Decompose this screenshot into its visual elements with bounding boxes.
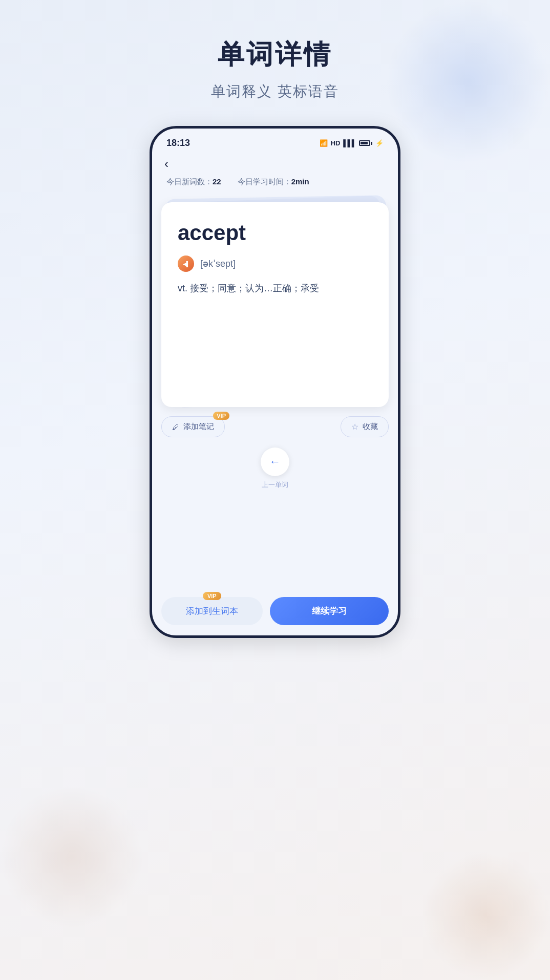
add-to-vocab-label: 添加到生词本 (186, 606, 238, 616)
word-card: accept [əkˈsept] vt. 接受；同意；认为…正确；承受 (161, 202, 389, 407)
word-text: accept (178, 221, 372, 245)
continue-learning-button[interactable]: 继续学习 (270, 597, 389, 625)
add-note-label: 添加笔记 (183, 422, 214, 432)
bg-decoration-bottom-left (0, 785, 143, 929)
prev-word-button[interactable]: ← (261, 448, 289, 476)
wifi-icon: 📶 (320, 139, 328, 147)
navigation-area: ← 上一单词 (152, 437, 398, 494)
bottom-buttons: VIP 添加到生词本 继续学习 (152, 591, 398, 635)
stats-bar: 今日新词数：22 今日学习时间：2min (152, 173, 398, 195)
card-area: accept [əkˈsept] vt. 接受；同意；认为…正确；承受 (152, 195, 398, 410)
battery-icon (359, 140, 372, 146)
signal-icon: ▌▌▌ (343, 139, 356, 147)
vocab-vip-badge: VIP (203, 592, 221, 600)
bg-decoration-bottom-right (422, 852, 550, 980)
prev-word-label: 上一单词 (262, 480, 288, 489)
add-note-button[interactable]: 🖊 添加笔记 VIP (161, 416, 225, 437)
collect-label: 收藏 (363, 422, 378, 432)
collect-button[interactable]: ☆ 收藏 (341, 416, 389, 437)
status-icons: 📶 HD ▌▌▌ ⚡ (320, 139, 384, 147)
bg-decoration-top-right (386, 0, 550, 164)
sound-icon[interactable] (178, 255, 194, 272)
add-to-vocab-button[interactable]: VIP 添加到生词本 (161, 597, 263, 625)
battery-tip (371, 142, 372, 145)
status-bar: 18:13 📶 HD ▌▌▌ ⚡ (152, 129, 398, 153)
new-words-value: 22 (213, 177, 221, 186)
phone-mockup: 18:13 📶 HD ▌▌▌ ⚡ ‹ 今日新词数：22 (150, 126, 400, 638)
back-arrow-icon: ‹ (164, 157, 168, 171)
status-time: 18:13 (166, 138, 190, 148)
add-note-vip-badge: VIP (213, 412, 229, 420)
study-time-value: 2min (291, 177, 309, 186)
hd-label: HD (331, 139, 341, 147)
card-actions: 🖊 添加笔记 VIP ☆ 收藏 (152, 416, 398, 437)
continue-learning-label: 继续学习 (312, 606, 347, 616)
back-button[interactable]: ‹ (152, 153, 398, 173)
battery-fill (361, 142, 368, 144)
phonetic-text: [əkˈsept] (200, 258, 236, 269)
phone-container: 18:13 📶 HD ▌▌▌ ⚡ ‹ 今日新词数：22 (0, 126, 550, 638)
new-words-stat: 今日新词数：22 (166, 177, 221, 187)
study-time-stat: 今日学习时间：2min (238, 177, 309, 187)
new-words-label: 今日新词数： (166, 177, 213, 186)
study-time-label: 今日学习时间： (238, 177, 291, 186)
word-definition: vt. 接受；同意；认为…正确；承受 (178, 281, 372, 296)
star-icon: ☆ (351, 422, 358, 432)
battery-body (359, 140, 370, 146)
prev-arrow-icon: ← (269, 455, 281, 468)
phonetic-row[interactable]: [əkˈsept] (178, 255, 372, 272)
charging-icon: ⚡ (375, 139, 384, 147)
note-icon: 🖊 (172, 423, 179, 431)
